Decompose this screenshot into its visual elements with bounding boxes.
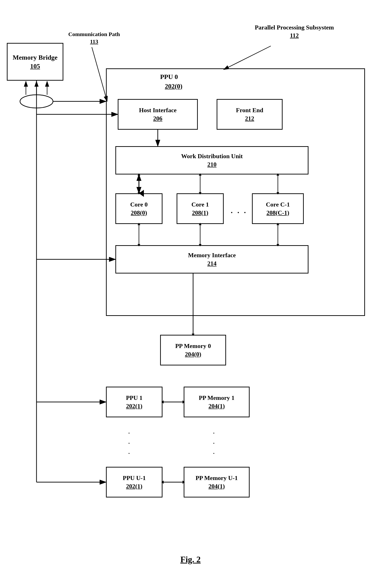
- host-interface-label: Host Interface: [139, 106, 177, 114]
- svg-line-13: [92, 47, 107, 101]
- ppuu1-label: PPU U-1: [123, 474, 146, 482]
- ppmem0-label: PP Memory 0: [175, 342, 211, 350]
- ppmem1-label: PP Memory 1: [199, 394, 234, 401]
- wdu-label: Work Distribution Unit: [181, 152, 243, 160]
- ppu1-box: PPU 1 202(1): [106, 387, 162, 417]
- ppmem0-box: PP Memory 0 204(0): [160, 335, 226, 365]
- ppmu1-number: 204(1): [209, 483, 225, 490]
- ppuu1-number: 202(1): [126, 483, 142, 490]
- ppmem0-number: 204(0): [185, 351, 201, 358]
- pps-label: Parallel Processing Subsystem 112: [255, 23, 334, 40]
- core0-box: Core 0 208(0): [115, 193, 162, 224]
- core1-label: Core 1: [191, 201, 209, 208]
- ppmu1-label: PP Memory U-1: [195, 474, 238, 482]
- ppuu1-box: PPU U-1 202(1): [106, 467, 162, 498]
- wdu-box: Work Distribution Unit 210: [115, 146, 308, 174]
- ppu1-number: 202(1): [126, 403, 142, 410]
- front-end-number: 212: [245, 115, 254, 122]
- ppu1-label: PPU 1: [126, 394, 142, 401]
- corec1-box: Core C-1 208(C-1): [252, 193, 304, 224]
- corec1-number: 208(C-1): [267, 209, 289, 216]
- core-dots: . . .: [231, 206, 247, 215]
- diagram-container: Memory Bridge 105 Communication Path 113…: [0, 0, 381, 588]
- svg-point-4: [20, 95, 53, 108]
- core0-label: Core 0: [130, 201, 148, 208]
- ppu0-number: 202(0): [165, 83, 183, 90]
- wdu-number: 210: [208, 161, 217, 168]
- vertical-dots-right: ...: [213, 427, 214, 457]
- host-interface-number: 206: [153, 115, 162, 122]
- comm-path-label: Communication Path 113: [68, 31, 120, 45]
- host-interface-box: Host Interface 206: [118, 99, 198, 130]
- vertical-dots-left: ...: [128, 427, 130, 457]
- core1-number: 208(1): [192, 209, 208, 216]
- ppmu1-box: PP Memory U-1 204(1): [184, 467, 250, 498]
- ppu0-title: PPU 0: [160, 73, 178, 81]
- mem-interface-box: Memory Interface 214: [115, 245, 308, 273]
- svg-line-14: [224, 46, 271, 70]
- fig-label: Fig. 2: [180, 554, 201, 565]
- ppmem1-box: PP Memory 1 204(1): [184, 387, 250, 417]
- corec1-label: Core C-1: [266, 201, 290, 208]
- memory-bridge-label: Memory Bridge: [13, 54, 58, 62]
- memory-bridge-number: 105: [30, 63, 40, 70]
- mem-interface-number: 214: [208, 260, 217, 267]
- mem-interface-label: Memory Interface: [188, 252, 236, 259]
- front-end-label: Front End: [236, 106, 263, 114]
- memory-bridge-box: Memory Bridge 105: [7, 43, 63, 81]
- front-end-box: Front End 212: [217, 99, 283, 130]
- core0-number: 208(0): [131, 209, 147, 216]
- core1-box: Core 1 208(1): [177, 193, 224, 224]
- ppmem1-number: 204(1): [209, 403, 225, 410]
